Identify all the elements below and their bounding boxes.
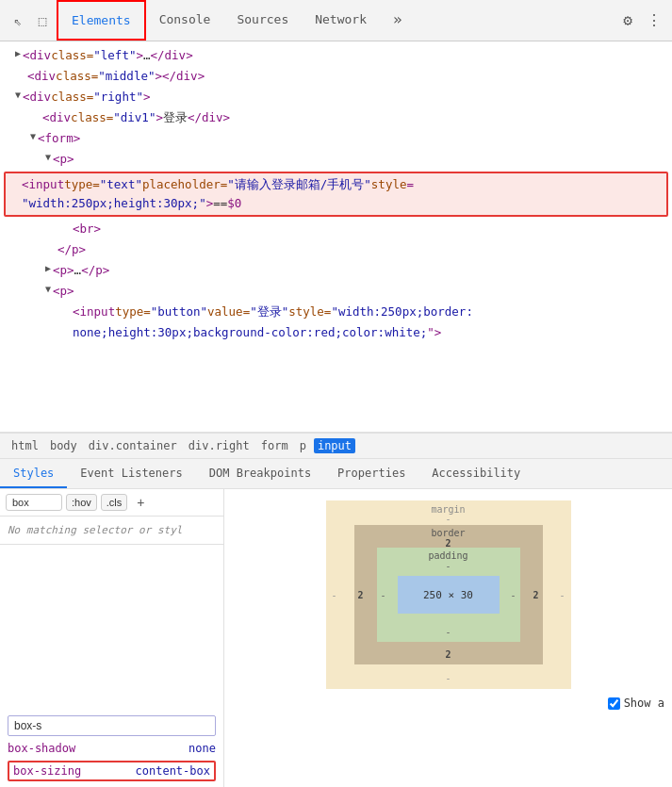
html-line-p1[interactable]: <p> [0, 149, 672, 170]
bm-content-box: 250 × 30 [398, 576, 500, 614]
css-filter-input[interactable] [8, 715, 216, 736]
triangle-p1[interactable] [45, 150, 51, 165]
box-model-panel: margin - - - - border 2 2 2 2 padding - … [224, 489, 672, 787]
html-line-p3[interactable]: <p> [0, 281, 672, 302]
show-all-row: Show a [608, 697, 664, 710]
breadcrumb-p[interactable]: p [296, 438, 310, 453]
styles-filter-input[interactable] [6, 494, 62, 511]
bm-padding-top: - [445, 561, 451, 571]
hov-button[interactable]: :hov [66, 494, 97, 511]
prop-value-box-sizing: content-box [136, 764, 210, 778]
html-line-p1-close[interactable]: </p> [0, 239, 672, 260]
styles-filter-bar: :hov .cls + [0, 489, 223, 516]
bm-border-left: 2 [358, 590, 364, 600]
html-line-input-button-1[interactable]: <input type="button" value="登录" style="w… [0, 302, 672, 322]
settings-icon[interactable]: ⚙ [617, 10, 638, 31]
html-line-p2[interactable]: <p>…</p> [0, 260, 672, 281]
tab-styles[interactable]: Styles [0, 459, 67, 488]
bm-content-size: 250 × 30 [423, 589, 473, 601]
bm-margin-left: - [332, 590, 337, 600]
menu-icon[interactable]: ⋮ [644, 10, 664, 31]
bottom-tabs: Styles Event Listeners DOM Breakpoints P… [0, 459, 672, 489]
html-line-div1[interactable]: <div class="div1">登录</div> [0, 107, 672, 128]
no-selector-text: No matching selector or styl [0, 516, 223, 544]
tab-accessibility[interactable]: Accessibility [418, 459, 533, 488]
html-line-div-left[interactable]: <div class="left">…</div> [0, 45, 672, 66]
bottom-content: :hov .cls + No matching selector or styl… [0, 489, 672, 787]
tab-dom-breakpoints[interactable]: DOM Breakpoints [196, 459, 324, 488]
triangle-div-left[interactable] [15, 46, 21, 61]
bm-border-label: border [431, 528, 465, 538]
triangle-form[interactable] [30, 129, 36, 144]
triangle-div-right[interactable] [15, 88, 21, 103]
bm-margin-bottom: - [445, 673, 451, 683]
show-all-label: Show a [624, 697, 664, 710]
prop-name-box-shadow: box-shadow [8, 742, 75, 755]
tab-event-listeners[interactable]: Event Listeners [67, 459, 195, 488]
html-line-input-highlighted[interactable]: <input type="text" placeholder="请输入登录邮箱/… [4, 172, 668, 217]
bm-padding-left: - [381, 590, 386, 600]
inspect-icon[interactable]: ⬚ [32, 10, 53, 31]
triangle-p3[interactable] [45, 282, 51, 297]
devtools-toolbar: ⇖ ⬚ Elements Console Sources Network » ⚙… [0, 0, 672, 41]
prop-name-box-sizing: box-sizing [13, 764, 81, 778]
triangle-p2[interactable] [45, 261, 51, 276]
elements-panel: <div class="left">…</div> <div class="mi… [0, 41, 672, 433]
breadcrumb-div-right[interactable]: div.right [185, 438, 254, 453]
tab-sources[interactable]: Sources [223, 0, 302, 41]
html-line-input-button-2[interactable]: none;height:30px;background-color:red;co… [0, 322, 672, 343]
breadcrumb-div-container[interactable]: div.container [85, 438, 181, 453]
cursor-icon[interactable]: ⇖ [8, 10, 28, 31]
bm-padding-bottom: - [445, 627, 451, 637]
toolbar-tabs: Elements Console Sources Network » [57, 0, 614, 41]
bm-padding-label: padding [428, 550, 467, 561]
show-all-checkbox[interactable] [608, 697, 620, 710]
css-prop-box-sizing: box-sizing content-box [8, 761, 216, 781]
tag-div-left: <div [23, 46, 51, 65]
tab-elements[interactable]: Elements [57, 0, 146, 41]
css-filter-container: box-shadow none box-sizing content-box [0, 544, 223, 787]
css-prop-box-shadow: box-shadow none [8, 740, 216, 757]
bm-margin-right: - [559, 590, 565, 600]
box-model-diagram: margin - - - - border 2 2 2 2 padding - … [326, 500, 571, 689]
toolbar-right: ⚙ ⋮ [617, 10, 664, 31]
more-tabs-icon[interactable]: » [380, 0, 416, 41]
bm-border-right: 2 [533, 590, 538, 600]
html-line-br[interactable]: <br> [0, 219, 672, 239]
html-line-div-right[interactable]: <div class="right"> [0, 87, 672, 107]
breadcrumb-body[interactable]: body [46, 438, 81, 453]
tab-properties[interactable]: Properties [324, 459, 418, 488]
breadcrumb-form[interactable]: form [257, 438, 292, 453]
bm-padding-right: - [510, 590, 516, 600]
prop-value-box-shadow: none [188, 742, 216, 755]
breadcrumb-input[interactable]: input [314, 438, 355, 453]
bm-border-bottom: 2 [445, 649, 451, 660]
add-style-button[interactable]: + [131, 493, 150, 512]
html-line-form[interactable]: <form> [0, 128, 672, 149]
breadcrumb-html[interactable]: html [8, 438, 42, 453]
breadcrumb-bar: html body div.container div.right form p… [0, 433, 672, 459]
styles-panel: :hov .cls + No matching selector or styl… [0, 489, 224, 787]
bm-margin-top: - [445, 514, 451, 524]
cls-button[interactable]: .cls [101, 494, 128, 511]
tab-network[interactable]: Network [302, 0, 380, 41]
tab-console[interactable]: Console [146, 0, 224, 41]
html-line-div-middle[interactable]: <div class="middle"></div> [0, 66, 672, 87]
